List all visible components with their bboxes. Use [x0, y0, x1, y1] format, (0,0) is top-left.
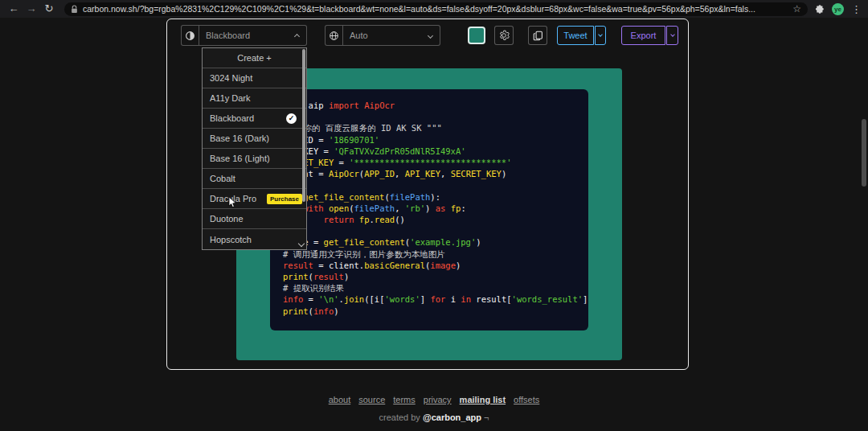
- globe-icon: [326, 26, 343, 45]
- theme-menu-item-label: Base 16 (Dark): [210, 133, 269, 143]
- theme-menu-item-base-16-dark-[interactable]: Base 16 (Dark): [203, 129, 306, 149]
- theme-menu: Create +3024 NightA11y DarkBlackboard✓Ba…: [202, 47, 307, 250]
- export-button[interactable]: Export: [621, 26, 665, 45]
- mouse-cursor: [228, 196, 238, 212]
- reload-icon[interactable]: ↻: [40, 0, 58, 18]
- theme-palette-icon[interactable]: [182, 26, 199, 45]
- theme-menu-item-label: Duotone: [210, 214, 244, 224]
- credit-suffix: ¬: [481, 413, 489, 422]
- browser-right-icons: ye ⋮: [814, 3, 868, 15]
- theme-select[interactable]: Blackboard: [181, 25, 307, 46]
- theme-menu-item-blackboard[interactable]: Blackboard✓: [203, 109, 306, 129]
- code-line: print(info): [283, 306, 575, 317]
- export-dropdown-button[interactable]: [666, 26, 678, 45]
- footer-link-mailing-list[interactable]: mailing list: [460, 395, 506, 404]
- credit-line: created by @carbon_app ¬: [0, 413, 868, 422]
- copy-icon: [533, 31, 543, 41]
- theme-menu-item-3024-night[interactable]: 3024 Night: [203, 68, 306, 88]
- page-scrollbar-thumb[interactable]: [862, 119, 866, 187]
- bookmark-star-icon[interactable]: ☆: [792, 3, 801, 14]
- theme-menu-item-a11y-dark[interactable]: A11y Dark: [203, 88, 306, 109]
- purchase-badge: Purchase: [267, 194, 302, 204]
- footer-link-source[interactable]: source: [358, 395, 385, 404]
- background-color-swatch[interactable]: [468, 27, 485, 44]
- theme-menu-item-label: A11y Dark: [210, 93, 251, 103]
- code-line: from aip import AipOcr: [283, 100, 575, 111]
- settings-button[interactable]: [494, 26, 514, 45]
- theme-menu-item-label: Hopscotch: [210, 235, 252, 244]
- theme-menu-item-label: Blackboard: [210, 113, 254, 123]
- code-line: [283, 111, 575, 122]
- code-line: [283, 225, 575, 236]
- theme-menu-item-label: Create +: [237, 53, 272, 63]
- code-line: def get_file_content(filePath):: [283, 191, 575, 203]
- back-icon[interactable]: ←: [5, 0, 23, 18]
- chevron-down-icon: [428, 32, 433, 38]
- forward-icon[interactable]: →: [23, 0, 40, 18]
- credit-handle-link[interactable]: @carbon_app: [423, 413, 481, 422]
- menu-scrollbar-thumb[interactable]: [302, 49, 305, 202]
- extensions-icon[interactable]: [814, 4, 825, 14]
- selected-check-icon: ✓: [286, 113, 297, 124]
- code-line: info = '\n'.join([i['words'] for i in re…: [283, 293, 575, 305]
- code-window[interactable]: from aip import AipOcr """ 你的 百度云服务的 ID …: [270, 89, 588, 330]
- code-line: API_KEY = 'QFaTVXvZdPrR05dNlR5I49xA': [283, 146, 575, 157]
- credit-prefix: created by: [379, 413, 423, 422]
- carbon-app-screen: ← → ↻ carbon.now.sh/?bg=rgba%2831%2C129%…: [0, 0, 868, 431]
- code-line: APP_ID = '18690701': [283, 134, 575, 146]
- theme-menu-item-dracula-pro[interactable]: Dracula ProPurchase: [203, 189, 306, 209]
- code-content: from aip import AipOcr """ 你的 百度云服务的 ID …: [283, 100, 575, 317]
- footer-link-offsets[interactable]: offsets: [514, 395, 539, 404]
- code-line: result = client.basicGeneral(image): [283, 260, 575, 271]
- theme-menu-item-cobalt[interactable]: Cobalt: [203, 169, 306, 189]
- theme-menu-item-create-[interactable]: Create +: [203, 48, 306, 68]
- browser-nav: ← → ↻: [0, 0, 58, 18]
- language-select-value: Auto: [343, 31, 428, 40]
- theme-menu-item-hopscotch[interactable]: Hopscotch: [203, 229, 306, 249]
- footer-link-terms[interactable]: terms: [393, 395, 416, 404]
- theme-menu-item-label: 3024 Night: [210, 73, 252, 83]
- footer-link-about[interactable]: about: [329, 395, 351, 404]
- code-line: with open(filePath, 'rb') as fp:: [283, 203, 575, 214]
- theme-menu-item-label: Cobalt: [210, 174, 235, 183]
- theme-menu-item-label: Base 16 (Light): [210, 154, 270, 163]
- profile-avatar[interactable]: ye: [832, 3, 844, 15]
- copy-button[interactable]: [528, 26, 547, 45]
- tweet-button[interactable]: Tweet: [557, 26, 594, 45]
- code-line: SECRET_KEY = '**************************…: [283, 157, 575, 168]
- url-text: carbon.now.sh/?bg=rgba%2831%2C129%2C109%…: [83, 4, 788, 14]
- browser-menu-icon[interactable]: ⋮: [851, 3, 862, 15]
- code-line: # 提取识别结果: [283, 282, 575, 293]
- browser-chrome: ← → ↻ carbon.now.sh/?bg=rgba%2831%2C129%…: [0, 0, 868, 18]
- code-line: [283, 179, 575, 191]
- editor-card: Blackboard Auto Tweet: [166, 18, 689, 370]
- lock-icon: [71, 5, 78, 14]
- code-line: return fp.read(): [283, 214, 575, 225]
- chevron-down-icon: [670, 32, 675, 37]
- code-line: image = get_file_content('example.jpg'): [283, 236, 575, 248]
- code-line: client = AipOcr(APP_ID, API_KEY, SECRET_…: [283, 168, 575, 179]
- code-line: # 调用通用文字识别，图片参数为本地图片: [283, 248, 575, 260]
- theme-menu-item-base-16-light-[interactable]: Base 16 (Light): [203, 149, 306, 169]
- chevron-down-icon: [598, 32, 603, 37]
- tweet-dropdown-button[interactable]: [595, 26, 606, 45]
- footer-link-privacy[interactable]: privacy: [424, 395, 452, 404]
- theme-menu-item-duotone[interactable]: Duotone: [203, 209, 306, 229]
- address-bar[interactable]: carbon.now.sh/?bg=rgba%2831%2C129%2C109%…: [64, 2, 808, 16]
- code-line: print(result): [283, 271, 575, 282]
- footer-links: aboutsourcetermsprivacymailing listoffse…: [0, 392, 868, 406]
- theme-select-value: Blackboard: [199, 31, 295, 40]
- gear-icon: [498, 30, 510, 41]
- code-line: """ 你的 百度云服务的 ID AK SK """: [283, 122, 575, 133]
- chevron-up-icon: [294, 34, 300, 39]
- language-select[interactable]: Auto: [325, 25, 440, 46]
